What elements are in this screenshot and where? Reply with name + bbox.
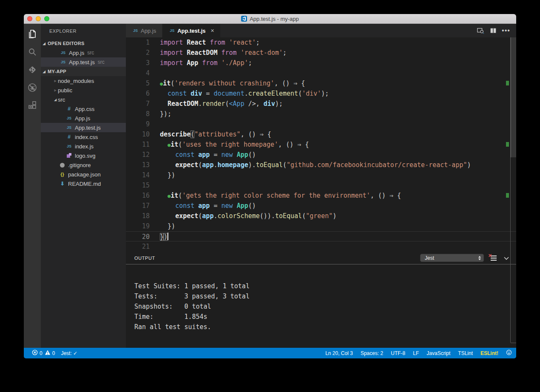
code-line[interactable]: 21 <box>126 241 516 252</box>
code-line[interactable]: 4 <box>126 68 516 78</box>
line-number: 19 <box>126 221 150 231</box>
code-line[interactable]: 3import App from './App'; <box>126 58 516 68</box>
line-number: 5 <box>126 78 150 88</box>
code-line[interactable]: 18 expect(app.colorScheme()).toEqual("gr… <box>126 211 516 221</box>
test-pass-overview-mark <box>506 142 509 147</box>
chevron-expanded-icon: ◢ <box>53 98 58 102</box>
code-line[interactable]: 15 <box>126 180 516 190</box>
explorer-sidebar: EXPLORER ◢ OPEN EDITORS JSApp.jssrcJSApp… <box>41 24 126 348</box>
problems-indicator[interactable]: 00 <box>32 349 55 357</box>
zoom-window-button[interactable] <box>44 16 49 21</box>
line-number: 8 <box>126 109 150 119</box>
desktop-background: App.test.js - my-app EXPLORER ◢ OPEN EDI… <box>0 0 540 392</box>
js-file-icon: JS <box>132 28 139 34</box>
status-item-lf[interactable]: LF <box>413 350 419 356</box>
close-tab-icon[interactable]: × <box>211 27 214 34</box>
status-item-eslint[interactable]: ESLint! <box>480 350 498 356</box>
error-icon <box>32 349 38 357</box>
activity-extensions-icon[interactable] <box>26 99 38 111</box>
tree-file-App.css[interactable]: #App.css <box>41 104 126 114</box>
status-item-jest[interactable]: Jest: ✓ <box>61 350 77 356</box>
json-file-icon: {} <box>59 171 66 177</box>
code-line[interactable]: 8}); <box>126 109 516 119</box>
activity-search-icon[interactable] <box>26 46 38 58</box>
test-pass-overview-mark <box>506 81 509 85</box>
folder-section-header[interactable]: ◢ MY-APP <box>41 67 126 76</box>
titlebar[interactable]: App.test.js - my-app <box>24 14 516 24</box>
minimize-window-button[interactable] <box>36 16 41 21</box>
code-line[interactable]: 20}) <box>126 231 516 241</box>
close-window-button[interactable] <box>27 16 32 21</box>
code-line[interactable]: 11 ●it('uses the right homepage', () ⇒ { <box>126 139 516 150</box>
code-line[interactable]: 14 }) <box>126 170 516 180</box>
open-editors-section-header[interactable]: ◢ OPEN EDITORS <box>41 39 126 48</box>
output-channel-select[interactable]: Jest <box>420 254 484 262</box>
code-line[interactable]: 2import ReactDOM from 'react-dom'; <box>126 48 516 58</box>
tree-file-index.css[interactable]: #index.css <box>41 132 126 142</box>
code-line[interactable]: 6 const div = document.createElement('di… <box>126 88 516 99</box>
warning-icon <box>45 349 51 357</box>
tab-App.js[interactable]: JSApp.js <box>126 24 162 37</box>
code-line[interactable]: 5●it('renders without crashing', () ⇒ { <box>126 78 516 88</box>
open-editor-item[interactable]: JSApp.jssrc <box>41 48 126 57</box>
scrollbar-corner <box>511 343 516 348</box>
status-item-smiley[interactable] <box>506 349 512 357</box>
code-line[interactable]: 10describe("attributes", () ⇒ { <box>126 129 516 139</box>
open-editor-item[interactable]: JSApp.test.jssrc <box>41 57 126 67</box>
status-item-javascript[interactable]: JavaScript <box>426 350 450 356</box>
line-number: 3 <box>126 58 150 68</box>
activity-debug-icon[interactable] <box>26 82 38 94</box>
split-editor-icon[interactable] <box>489 26 497 35</box>
status-item-spaces-2[interactable]: Spaces: 2 <box>361 350 383 356</box>
collapse-panel-icon[interactable] <box>503 254 510 262</box>
js-file-icon: JS <box>65 143 73 149</box>
tree-file-App.js[interactable]: JSApp.js <box>41 114 126 123</box>
status-item-utf-8[interactable]: UTF-8 <box>391 350 405 356</box>
open-preview-icon[interactable] <box>476 26 485 35</box>
tab-bar: JSApp.jsJSApp.test.js× ••• <box>126 24 516 37</box>
text-cursor <box>168 233 168 240</box>
tree-folder-public[interactable]: ▹public <box>41 85 126 95</box>
tree-folder-src[interactable]: ◢src <box>41 95 126 104</box>
line-number: 13 <box>126 160 150 170</box>
output-console[interactable]: Test Suites: 1 passed, 1 totalTests: 3 p… <box>126 264 516 348</box>
editor-scrollbar[interactable] <box>511 37 516 157</box>
code-line[interactable]: 7 ReactDOM.render(<App />, div); <box>126 99 516 109</box>
output-line: Time: 1.854s <box>134 312 516 322</box>
chevron-collapsed-icon: ▹ <box>53 88 58 92</box>
tree-file-.gitignore[interactable]: .gitignore <box>41 160 126 170</box>
tree-file-logo.svg[interactable]: logo.svg <box>41 151 126 160</box>
tree-folder-node_modules[interactable]: ▹node_modules <box>41 76 126 85</box>
smiley-icon <box>506 349 512 357</box>
git-file-icon <box>59 162 66 168</box>
status-item-tslint[interactable]: TSLint <box>458 350 473 356</box>
tree-file-package.json[interactable]: {}package.json <box>41 170 126 179</box>
activity-explorer-icon[interactable] <box>26 28 38 40</box>
code-line[interactable]: 12 const app = new App() <box>126 150 516 160</box>
code-line[interactable]: 16 ●it('gets the right color scheme for … <box>126 190 516 201</box>
file-tree: ▹node_modules▹public◢src#App.cssJSApp.js… <box>41 76 126 188</box>
status-item-0[interactable]: 0 <box>32 349 43 357</box>
code-line[interactable]: 19 }) <box>126 221 516 231</box>
line-number: 20 <box>126 232 150 242</box>
code-line[interactable]: 1import React from 'react'; <box>126 37 516 48</box>
clear-output-icon[interactable] <box>490 255 497 261</box>
window-controls <box>27 16 49 21</box>
js-file-icon: JS <box>65 115 73 121</box>
line-number: 15 <box>126 180 150 190</box>
more-actions-icon[interactable]: ••• <box>502 26 510 35</box>
tree-file-App.test.js[interactable]: JSApp.test.js <box>41 123 126 132</box>
activity-source-control-icon[interactable] <box>26 64 38 76</box>
code-line[interactable]: 9 <box>126 119 516 129</box>
tree-file-index.js[interactable]: JSindex.js <box>41 142 126 151</box>
status-item-0[interactable]: 0 <box>45 349 55 357</box>
status-item-ln-20-col-3[interactable]: Ln 20, Col 3 <box>325 350 353 356</box>
test-pass-overview-mark <box>506 193 509 198</box>
line-number: 9 <box>126 119 150 129</box>
code-editor[interactable]: 1import React from 'react';2import React… <box>126 37 516 252</box>
tree-file-README.md[interactable]: ⬇README.md <box>41 179 126 188</box>
tab-App.test.js[interactable]: JSApp.test.js× <box>162 24 221 37</box>
js-file-icon: JS <box>60 50 67 56</box>
code-line[interactable]: 17 const app = new App() <box>126 201 516 211</box>
code-line[interactable]: 13 expect(app.homepage).toEqual("github.… <box>126 160 516 170</box>
